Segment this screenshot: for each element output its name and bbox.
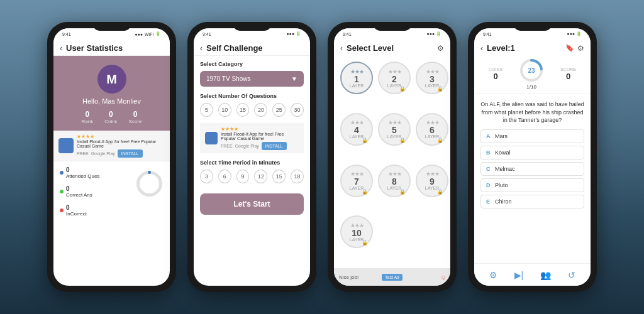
correct-row: 0 Correct Ans xyxy=(60,185,129,198)
q-num-15[interactable]: 15 xyxy=(236,103,250,117)
time-label: Select Time Period in Minutes xyxy=(200,160,304,166)
page-title: User Statistics xyxy=(66,43,123,53)
incorrect-dot xyxy=(60,208,64,212)
ad-free: FREE xyxy=(77,151,89,156)
q-num-5[interactable]: 5 xyxy=(200,103,213,117)
back-arrow-icon[interactable]: ‹ xyxy=(60,44,62,53)
t-num-3[interactable]: 3 xyxy=(200,170,213,183)
gear-icon[interactable]: ⚙ xyxy=(577,44,584,53)
option-a[interactable]: A Mars xyxy=(480,129,584,143)
svg-point-0 xyxy=(138,173,161,195)
people-icon[interactable]: 👥 xyxy=(540,270,551,280)
category-label: Select Category xyxy=(200,61,304,67)
phone-screen: 9:41 ●●● 🔋 ‹ Select Level ⚙ ★★★ 1 LAYER … xyxy=(334,28,450,286)
ad-text: Install Flood-It App for free! Free Popu… xyxy=(77,139,165,148)
p1-header: ‹ User Statistics xyxy=(53,40,170,56)
ad-google-play: Google Play xyxy=(91,151,115,156)
refresh-icon[interactable]: ↺ xyxy=(568,270,575,280)
svg-text:23: 23 xyxy=(528,67,536,74)
level-7[interactable]: ★★★ 7 LAYER 🔒 xyxy=(340,165,373,197)
p4-progress-bar: COINS 0 23 1/10 SCORE 0 xyxy=(474,55,591,94)
profile-section: M Hello, Mas Monliev 0 Rank 0 Coins 0 Sc… xyxy=(53,56,170,131)
progress-circle: 23 1/10 xyxy=(519,58,544,90)
t-num-12[interactable]: 12 xyxy=(254,170,267,183)
p2-content: Select Category 1970 TV Shows ▼ Select N… xyxy=(194,56,310,286)
page-title: Select Level xyxy=(347,43,394,53)
back-arrow-icon[interactable]: ‹ xyxy=(480,44,483,53)
level-1[interactable]: ★★★ 1 LAYER xyxy=(340,62,373,94)
settings-icon[interactable]: ⚙ xyxy=(489,270,497,280)
profile-name: Hello, Mas Monliev xyxy=(82,97,141,105)
ad-icon xyxy=(58,138,74,153)
nice-job-text: Nice job! xyxy=(339,274,358,280)
phone-notch xyxy=(233,22,271,31)
bookmark-icon[interactable]: 🔖 xyxy=(565,44,574,52)
phone-level-1: 9:41 ●●● 🔋 ‹ Level:1 🔖 ⚙ COINS 0 2 xyxy=(468,22,597,292)
t-num-9[interactable]: 9 xyxy=(236,170,250,183)
p2-header: ‹ Self Challenge xyxy=(194,40,310,56)
play-icon[interactable]: ▶| xyxy=(514,270,524,280)
lets-start-button[interactable]: Let's Start xyxy=(200,193,304,215)
q-num-20[interactable]: 20 xyxy=(254,103,267,117)
phone-screen: 9:41 ●●● 🔋 ‹ Self Challenge Select Categ… xyxy=(194,28,310,286)
stats-section: 0 Attended Ques 0 Correct Ans 0 InCorr xyxy=(53,161,170,286)
level-8[interactable]: ★★★ 8 LAYER 🔒 xyxy=(378,165,411,197)
p3-bottom: Nice job! Test Ad Q xyxy=(334,268,450,286)
back-arrow-icon[interactable]: ‹ xyxy=(200,44,203,53)
profile-stats: 0 Rank 0 Coins 0 Score xyxy=(81,110,142,124)
time-row: 3 6 9 12 15 18 xyxy=(200,170,304,183)
level-10[interactable]: ★★★ 10 LAYER 🔒 xyxy=(340,215,373,248)
q-num-25[interactable]: 25 xyxy=(272,103,286,117)
level-5[interactable]: ★★★ 5 LAYER 🔒 xyxy=(378,113,411,146)
questions-label: Select Number Of Questions xyxy=(200,93,304,99)
level-2[interactable]: ★★★ 2 LAYER 🔒 xyxy=(378,62,411,94)
rank-stat: 0 Rank xyxy=(81,110,93,124)
level-9[interactable]: ★★★ 9 LAYER 🔒 xyxy=(416,165,448,197)
coins-stat: COINS 0 xyxy=(489,67,502,81)
chevron-down-icon: ▼ xyxy=(291,75,297,82)
q-num-30[interactable]: 30 xyxy=(291,103,304,117)
t-num-6[interactable]: 6 xyxy=(218,170,231,183)
gear-icon[interactable]: ⚙ xyxy=(437,44,444,53)
page-title: Level:1 xyxy=(487,43,515,53)
t-num-15[interactable]: 15 xyxy=(272,170,286,183)
coins-stat: 0 Coins xyxy=(104,110,117,124)
ad-stars: ★★★★ xyxy=(77,134,165,139)
stats-list: 0 Attended Ques 0 Correct Ans 0 InCorr xyxy=(60,166,129,281)
quizito-logo: Q xyxy=(441,274,445,280)
level-4[interactable]: ★★★ 4 LAYER 🔒 xyxy=(340,113,373,146)
correct-dot xyxy=(60,190,64,193)
p3-header: ‹ Select Level ⚙ xyxy=(334,40,450,55)
score-stat: 0 Score xyxy=(129,110,142,124)
phone-screen: 9:41 ●●● 🔋 ‹ Level:1 🔖 ⚙ COINS 0 2 xyxy=(474,28,591,286)
level-3[interactable]: ★★★ 3 LAYER 🔒 xyxy=(416,62,448,94)
phone-screen: 9:41 ●●●WiFi🔋 ‹ User Statistics M Hello,… xyxy=(53,28,170,286)
option-b[interactable]: B Kowal xyxy=(480,146,584,160)
level-6[interactable]: ★★★ 6 LAYER 🔒 xyxy=(416,113,448,146)
test-ad-button[interactable]: Test Ad xyxy=(382,274,402,281)
question-area: On ALF, the alien was said to have haile… xyxy=(474,94,591,263)
page-title: Self Challenge xyxy=(206,43,263,53)
p4-header: ‹ Level:1 🔖 ⚙ xyxy=(474,40,591,55)
question-text: On ALF, the alien was said to have haile… xyxy=(480,100,584,124)
questions-row: 5 10 15 20 25 30 xyxy=(200,103,304,117)
option-e[interactable]: E Chiron xyxy=(480,195,584,208)
category-dropdown[interactable]: 1970 TV Shows ▼ xyxy=(200,71,304,87)
ad-banner: ★★★★ Install Flood-It App for free! Free… xyxy=(53,131,170,161)
donut-chart xyxy=(135,170,164,198)
p4-bottom-nav: ⚙ ▶| 👥 ↺ xyxy=(474,263,591,286)
phone-self-challenge: 9:41 ●●● 🔋 ‹ Self Challenge Select Categ… xyxy=(187,22,316,292)
t-num-18[interactable]: 18 xyxy=(291,170,304,183)
phone-user-statistics: 9:41 ●●●WiFi🔋 ‹ User Statistics M Hello,… xyxy=(47,22,176,292)
phone-notch xyxy=(514,22,552,31)
attended-dot xyxy=(60,171,64,175)
ad-banner-2: ★★★★ Install Flood-It App for free! Free… xyxy=(200,123,304,153)
install-button-2[interactable]: INSTALL xyxy=(262,142,287,150)
back-arrow-icon[interactable]: ‹ xyxy=(340,44,343,53)
q-num-10[interactable]: 10 xyxy=(218,103,231,117)
option-c[interactable]: C Melmac xyxy=(480,162,584,176)
phone-select-level: 9:41 ●●● 🔋 ‹ Select Level ⚙ ★★★ 1 LAYER … xyxy=(328,22,457,292)
install-button[interactable]: INSTALL xyxy=(118,149,143,158)
option-d[interactable]: D Pluto xyxy=(480,178,584,192)
ad-icon-2 xyxy=(205,132,218,144)
